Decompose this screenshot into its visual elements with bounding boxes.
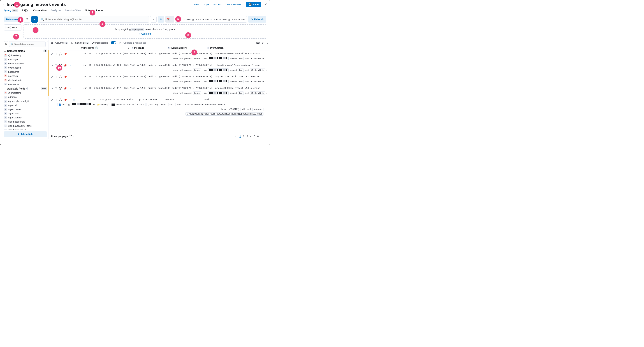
expand-icon[interactable]: ↗ [51,87,53,90]
field-item[interactable]: kagent.name [4,108,47,111]
add-field-link[interactable]: + Add field [139,32,151,35]
kql-search-input[interactable] [45,18,147,21]
datepicker-button[interactable]: 📅⌄ [165,16,174,22]
field-item[interactable]: kagent.type [4,112,47,115]
add-filter-icon[interactable]: ＋ [31,16,38,22]
pager-ellipsis[interactable]: … [262,135,264,138]
pin-icon[interactable]: 📌 [64,64,67,67]
refresh-button[interactable]: ⟳Refresh [248,16,266,22]
more-icon[interactable]: ⋯ [68,98,71,101]
field-item[interactable]: kaddress [4,95,47,99]
field-search-input[interactable] [14,43,44,45]
host-tag[interactable] [208,68,228,72]
tab-pinned[interactable]: Pinned [96,9,104,14]
add-field-button[interactable]: ⊞ Add a field [4,131,47,137]
field-filter-button[interactable]: ≡ 0 [47,41,48,47]
expand-icon[interactable]: ↗ [51,75,53,78]
tab-esql[interactable]: ES|QL [22,9,29,14]
keyboard-icon[interactable]: ⌨ [256,41,260,44]
pager-page[interactable]: 5 [254,135,255,138]
selected-fields-header[interactable]: ⌄ Selected fields 8 [4,49,47,52]
field-item[interactable]: tmessage [4,58,47,61]
pager-page[interactable]: 1 [240,135,241,138]
sidebar-collapse-icon[interactable]: ⧉ [4,41,8,47]
field-item[interactable]: kagent.id [4,103,47,107]
pin-icon[interactable]: 📌 [64,98,67,101]
checkbox[interactable]: ☐ [55,52,57,55]
arg-tag[interactable]: sudo [160,103,167,106]
columns-icon[interactable]: ▦ [51,41,53,44]
field-item[interactable]: khost.name [4,70,47,73]
renderers-toggle[interactable] [111,41,116,44]
pager-next[interactable]: › [266,135,268,138]
pin-icon[interactable]: 📌 [64,87,67,90]
tab-analyzer[interactable]: Analyzer [50,9,61,14]
pager-page[interactable]: 6 [257,135,259,138]
inspect-button[interactable]: Inspect [213,3,222,6]
new-button[interactable]: New⌄ [194,3,201,6]
save-button[interactable]: 💾 Save [246,2,261,7]
host-tag[interactable] [208,57,228,60]
rule-tag[interactable]: Custom Rule [250,80,265,83]
hash-tag[interactable]: # 7d3c2983ad2f278d9e799b5792f13f57bf890b… [186,112,264,116]
gear-icon[interactable]: ⚙ [119,41,121,44]
field-item[interactable]: kevent.action [4,66,47,69]
sort-label[interactable]: Sort fields 1 [75,41,89,44]
arg-tag[interactable]: -fsSL [175,103,183,106]
field-item[interactable]: kcloud.availability_zone [4,124,47,128]
pager-page[interactable]: 3 [246,135,248,138]
pid-tag[interactable]: (1563121) [228,108,240,111]
field-item[interactable]: kagent.version [4,116,47,119]
columns-label[interactable]: Columns 8 [55,41,68,44]
tab-session-view[interactable]: Session View [65,9,81,14]
host-tag[interactable] [208,80,228,83]
field-item[interactable]: kcloud.account.id [4,120,47,124]
more-icon[interactable]: ⋯ [68,64,71,67]
checkbox[interactable]: ☐ [55,98,57,101]
url-tag[interactable]: https://download.docker.com/linux/ubuntu [184,103,226,106]
query-dropzone[interactable]: Drop anything highlighted here to build … [24,24,266,39]
pager-page[interactable]: 2 [243,135,244,138]
user-tag[interactable]: 👤 root [57,103,67,106]
arg-tag[interactable]: curl [168,103,174,106]
sort-icon[interactable]: ⇅ [71,41,73,44]
severity-tag[interactable]: low [238,57,244,60]
field-item[interactable]: IPsource.ip [4,74,47,78]
col-action[interactable]: kevent.action [206,45,270,50]
col-category[interactable]: kevent.category [166,45,206,50]
host-tag[interactable] [71,103,92,106]
severity-tag[interactable]: low [238,80,244,83]
pop-out-icon[interactable]: ⧉ [158,16,164,22]
rule-tag[interactable]: Custom Rule [250,68,265,72]
settings-icon[interactable]: ⚙ [262,41,264,44]
fullscreen-icon[interactable]: ⛶ [266,41,268,44]
field-item[interactable]: 📅@timestamp [4,53,47,57]
branch-icon[interactable]: ⑂ [150,16,156,22]
result-tag[interactable]: unknown [252,108,264,111]
more-icon[interactable]: ⋯ [68,52,71,55]
expand-icon[interactable]: ↗ [51,98,53,101]
note-icon[interactable]: 💬 [59,98,62,101]
filter-chip[interactable]: AND Filter ⌄ [4,24,22,30]
field-item[interactable]: kevent.category [4,62,47,65]
sort-desc-icon[interactable]: ↓ [128,46,129,49]
tab-correlation[interactable]: Correlation [33,9,47,14]
filter-funnel-icon[interactable]: ⧩ [24,16,30,22]
expand-icon[interactable]: ↗ [51,64,53,67]
col-message[interactable]: tmessage [130,45,166,50]
analyzer-icon[interactable]: ⬡ [73,98,75,101]
close-icon[interactable]: ✕ [264,2,267,6]
field-item[interactable]: kcloud.instance.id [4,128,47,130]
pid-tag[interactable]: (1563766) [146,103,159,106]
arg-tag[interactable]: bash [220,108,227,111]
more-icon[interactable]: ⋯ [68,75,71,78]
kernel-tag[interactable]: kernel [193,68,202,72]
tab-query[interactable]: Query144 [4,9,18,14]
checkbox[interactable]: ☐ [55,75,57,78]
col-timestamp[interactable]: @timestamp 🕒 ↓ [79,45,130,50]
severity-tag[interactable]: low [238,91,244,95]
attach-to-case-button[interactable]: Attach to case⌄ [225,3,243,6]
field-item[interactable]: kagent.ephemeral_id [4,99,47,103]
note-icon[interactable]: 💬 [59,75,62,78]
rule-tag[interactable]: Custom Rule [250,57,265,60]
